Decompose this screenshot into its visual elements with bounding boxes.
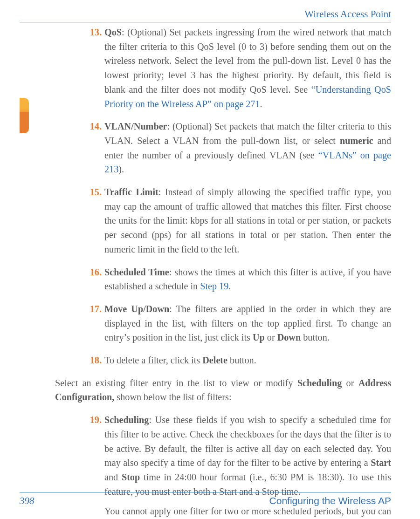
step-text-tail: ). — [118, 164, 124, 174]
step-term: Scheduling — [104, 415, 149, 425]
xref-step-19[interactable]: Step 19 — [200, 281, 228, 291]
step-number: 13. — [84, 25, 102, 40]
step-number: 14. — [84, 119, 102, 134]
step-text-tail: . — [260, 99, 262, 109]
step-text-tail: button. — [227, 355, 256, 365]
step-number: 15. — [84, 185, 102, 199]
inline-bold-delete: Delete — [202, 355, 227, 365]
step-text: To delete a filter, click its — [104, 355, 202, 365]
step-number: 17. — [84, 302, 102, 316]
bridge-text: Select an existing filter entry in the l… — [55, 378, 297, 388]
inline-bold-numeric: numeric — [340, 136, 373, 146]
step-term: VLAN/Number — [104, 121, 167, 131]
inline-bold-stop: Stop — [122, 472, 140, 482]
step-term: Move Up/Down — [104, 304, 169, 314]
step-number: 18. — [84, 353, 102, 368]
accent-bottom — [20, 112, 29, 133]
footer-section-title: Configuring the Wireless AP — [269, 495, 391, 506]
bridge-text-tail: shown below the list of filters: — [114, 392, 231, 402]
step-number: 19. — [84, 413, 102, 427]
step-15: 15. Traffic Limit: Instead of simply all… — [55, 185, 391, 257]
page-footer: 398 Configuring the Wireless AP — [20, 492, 391, 507]
bridge-paragraph: Select an existing filter entry in the l… — [55, 376, 391, 404]
step-number: 16. — [84, 265, 102, 280]
step-term: QoS — [104, 27, 122, 37]
step-term: Scheduled Time — [104, 267, 169, 277]
page-content: 13. QoS: (Optional) Set packets ingressi… — [55, 25, 391, 486]
step-13: 13. QoS: (Optional) Set packets ingressi… — [55, 25, 391, 111]
page-number: 398 — [20, 495, 34, 507]
running-header: Wireless Access Point — [20, 8, 391, 22]
step-list-a: 13. QoS: (Optional) Set packets ingressi… — [55, 25, 391, 368]
step-text-mid: or — [265, 332, 277, 342]
step-text-mid: and — [104, 472, 122, 482]
step-term: Traffic Limit — [104, 187, 158, 197]
page-tab-accent — [20, 98, 29, 133]
bridge-text-mid: or — [342, 378, 358, 388]
step-18: 18. To delete a filter, click its Delete… — [55, 353, 391, 368]
step-14: 14. VLAN/Number: (Optional) Set packets … — [55, 119, 391, 177]
inline-bold-scheduling: Scheduling — [297, 378, 342, 388]
step-16: 16. Scheduled Time: shows the times at w… — [55, 265, 391, 294]
inline-bold-start: Start — [371, 458, 391, 468]
inline-bold-up: Up — [253, 332, 265, 342]
inline-bold-down: Down — [277, 332, 301, 342]
step-text-tail: button. — [301, 332, 330, 342]
step-17: 17. Move Up/Down: The filters are applie… — [55, 302, 391, 345]
step-text-tail: . — [228, 281, 231, 291]
